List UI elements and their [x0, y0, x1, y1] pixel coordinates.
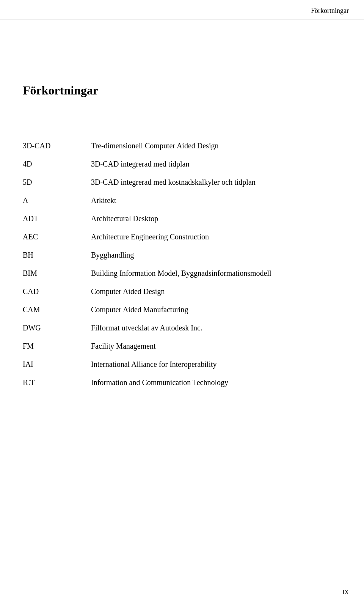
definition-cell: Filformat utvecklat av Autodesk Inc. — [91, 319, 341, 337]
table-row: BIMBuilding Information Model, Byggnadsi… — [23, 264, 341, 282]
table-row: ICTInformation and Communication Technol… — [23, 373, 341, 392]
abbreviation-cell: DWG — [23, 319, 91, 337]
page-title: Förkortningar — [23, 83, 98, 97]
definition-cell: 3D-CAD integrerad med tidplan — [91, 155, 341, 173]
table-row: 5D3D-CAD integrerad med kostnadskalkyler… — [23, 173, 341, 191]
table-row: DWGFilformat utvecklat av Autodesk Inc. — [23, 319, 341, 337]
abbreviation-cell: ADT — [23, 209, 91, 228]
table-row: 3D-CADTre-dimensionell Computer Aided De… — [23, 137, 341, 155]
page-number: IX — [342, 589, 349, 596]
abbreviation-cell: 4D — [23, 155, 91, 173]
definition-cell: Architecture Engineering Construction — [91, 228, 341, 246]
definition-cell: Tre-dimensionell Computer Aided Design — [91, 137, 341, 155]
definition-cell: 3D-CAD integrerad med kostnadskalkyler o… — [91, 173, 341, 191]
footer-line — [0, 584, 364, 584]
table-row: ADTArchitectural Desktop — [23, 209, 341, 228]
abbreviation-cell: BH — [23, 246, 91, 264]
table-row: CADComputer Aided Design — [23, 282, 341, 300]
table-row: FMFacility Management — [23, 337, 341, 355]
header-line — [0, 19, 364, 19]
definition-cell: Computer Aided Design — [91, 282, 341, 300]
definition-cell: Bygghandling — [91, 246, 341, 264]
abbreviation-cell: ICT — [23, 373, 91, 392]
table-row: AArkitekt — [23, 191, 341, 209]
definition-cell: Information and Communication Technology — [91, 373, 341, 392]
definition-cell: Building Information Model, Byggnadsinfo… — [91, 264, 341, 282]
definition-cell: Architectural Desktop — [91, 209, 341, 228]
page-header: Förkortningar — [311, 7, 349, 15]
definition-cell: Arkitekt — [91, 191, 341, 209]
definition-cell: International Alliance for Interoperabil… — [91, 355, 341, 373]
table-row: IAIInternational Alliance for Interopera… — [23, 355, 341, 373]
table-row: CAMComputer Aided Manufacturing — [23, 300, 341, 319]
abbreviation-cell: A — [23, 191, 91, 209]
table-row: AECArchitecture Engineering Construction — [23, 228, 341, 246]
abbreviation-cell: CAD — [23, 282, 91, 300]
table-row: BHBygghandling — [23, 246, 341, 264]
abbreviation-cell: 3D-CAD — [23, 137, 91, 155]
table-row: 4D3D-CAD integrerad med tidplan — [23, 155, 341, 173]
abbreviation-cell: 5D — [23, 173, 91, 191]
glossary-table: 3D-CADTre-dimensionell Computer Aided De… — [23, 137, 341, 392]
abbreviation-cell: BIM — [23, 264, 91, 282]
glossary-content: 3D-CADTre-dimensionell Computer Aided De… — [23, 137, 341, 392]
definition-cell: Computer Aided Manufacturing — [91, 300, 341, 319]
abbreviation-cell: AEC — [23, 228, 91, 246]
abbreviation-cell: FM — [23, 337, 91, 355]
abbreviation-cell: IAI — [23, 355, 91, 373]
abbreviation-cell: CAM — [23, 300, 91, 319]
definition-cell: Facility Management — [91, 337, 341, 355]
